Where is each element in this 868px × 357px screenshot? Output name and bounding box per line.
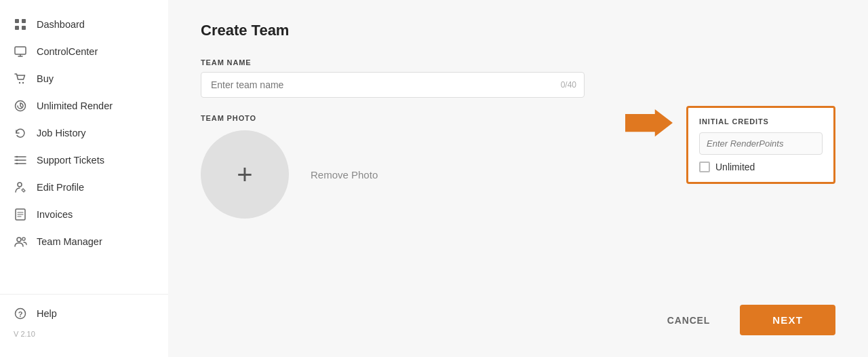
sidebar-item-label: Unlimited Render: [37, 100, 113, 111]
initial-credits-panel: INITIAL CREDITS Unlimited: [686, 106, 835, 184]
form-left: TEAM NAME 0/40 TEAM PHOTO + Remove Photo: [201, 58, 585, 219]
arrow-container: [625, 106, 673, 140]
photo-upload-circle[interactable]: +: [201, 130, 289, 219]
people-icon: [14, 235, 27, 248]
cart-icon: [14, 72, 27, 86]
unlimited-label: Unlimited: [715, 162, 755, 172]
arrow-icon: [625, 106, 673, 140]
document-icon: [14, 208, 27, 221]
team-photo-label: TEAM PHOTO: [201, 114, 585, 122]
svg-point-21: [17, 238, 21, 242]
sidebar-item-label: Edit Profile: [37, 182, 84, 193]
sidebar-item-job-history[interactable]: Job History: [0, 119, 168, 147]
person-edit-icon: [14, 181, 27, 194]
svg-marker-25: [625, 109, 673, 136]
unlimited-row: Unlimited: [699, 162, 823, 172]
sidebar-item-label: Buy: [37, 73, 54, 84]
sidebar-item-label: Help: [37, 308, 57, 319]
sidebar: Dashboard ControlCenter Buy: [0, 0, 168, 357]
svg-rect-1: [22, 19, 26, 23]
remove-photo-button[interactable]: Remove Photo: [311, 169, 378, 181]
team-name-counter: 0/40: [561, 80, 576, 90]
svg-point-13: [16, 156, 18, 157]
team-name-wrapper: 0/40: [201, 72, 585, 98]
sidebar-item-team-manager[interactable]: Team Manager: [0, 228, 168, 255]
main-content: Create Team TEAM NAME 0/40 TEAM PHOTO + …: [168, 0, 868, 357]
page-title: Create Team: [201, 22, 835, 39]
clock-circular-icon: [14, 99, 27, 113]
team-photo-section: TEAM PHOTO + Remove Photo: [201, 114, 585, 219]
svg-point-22: [22, 238, 25, 240]
sidebar-item-help[interactable]: ? Help: [0, 300, 168, 327]
credits-input[interactable]: [699, 132, 823, 155]
svg-text:?: ?: [18, 310, 23, 318]
sidebar-item-controlcenter[interactable]: ControlCenter: [0, 38, 168, 65]
form-area: TEAM NAME 0/40 TEAM PHOTO + Remove Photo: [201, 58, 835, 219]
sidebar-item-label: Dashboard: [37, 19, 85, 30]
svg-rect-2: [15, 26, 19, 30]
sidebar-version: V 2.10: [0, 327, 168, 341]
svg-rect-3: [22, 26, 26, 30]
svg-point-7: [19, 82, 20, 83]
sidebar-item-buy[interactable]: Buy: [0, 65, 168, 92]
right-area: INITIAL CREDITS Unlimited: [625, 58, 835, 184]
bottom-actions: CANCEL NEXT: [201, 288, 835, 335]
sidebar-item-edit-profile[interactable]: Edit Profile: [0, 174, 168, 201]
sidebar-item-label: Team Manager: [37, 236, 102, 247]
photo-row: + Remove Photo: [201, 130, 585, 219]
team-name-label: TEAM NAME: [201, 58, 585, 67]
unlimited-checkbox[interactable]: [699, 162, 710, 172]
help-circle-icon: ?: [14, 307, 27, 320]
svg-rect-0: [15, 19, 19, 23]
sidebar-bottom: ? Help V 2.10: [0, 294, 168, 346]
sidebar-items-list: Dashboard ControlCenter Buy: [0, 11, 168, 255]
sidebar-item-label: Invoices: [37, 209, 73, 220]
sidebar-item-label: Job History: [37, 128, 86, 138]
sidebar-item-unlimited-render[interactable]: Unlimited Render: [0, 92, 168, 119]
grid-icon: [14, 18, 27, 31]
cancel-button[interactable]: CANCEL: [654, 307, 724, 334]
monitor-icon: [14, 45, 27, 58]
svg-point-16: [18, 183, 22, 187]
next-button[interactable]: NEXT: [740, 305, 835, 335]
svg-point-15: [16, 163, 18, 164]
plus-icon: +: [237, 161, 252, 188]
history-icon: [14, 126, 27, 140]
team-name-input[interactable]: [201, 72, 585, 98]
sidebar-item-invoices[interactable]: Invoices: [0, 201, 168, 228]
credits-label: INITIAL CREDITS: [699, 117, 823, 126]
sidebar-item-support-tickets[interactable]: Support Tickets: [0, 147, 168, 174]
sidebar-item-label: ControlCenter: [37, 46, 98, 57]
list-icon: [14, 153, 27, 167]
svg-point-14: [16, 159, 18, 161]
svg-rect-4: [15, 47, 26, 54]
sidebar-item-label: Support Tickets: [37, 155, 104, 166]
sidebar-item-dashboard[interactable]: Dashboard: [0, 11, 168, 38]
svg-point-8: [22, 82, 24, 83]
